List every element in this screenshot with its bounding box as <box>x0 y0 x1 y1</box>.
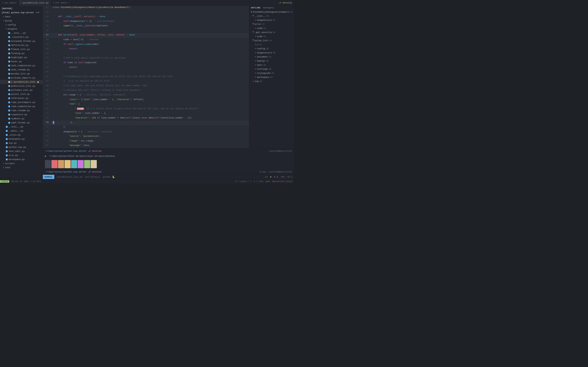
status-right-group: en ● ⊘ 2 79% 76:1 <box>265 175 292 178</box>
sidebar-item-rope-rename[interactable]: rope_rename.py <box>0 108 43 113</box>
code-editor[interactable]: 51 class PyCodeStyleDiagnosticReport(pyc… <box>43 6 249 149</box>
sidebar[interactable]: [BUFFER] [FILE] python-lsp-server ~/r ▶d… <box>0 6 43 179</box>
outline-item-diagnostics[interactable]: ◇ diagnostics 54 <box>249 18 294 22</box>
outline-title: OUTLINE <box>251 7 260 9</box>
sidebar-item-uris[interactable]: uris.py <box>0 153 43 157</box>
outline-item-config[interactable]: ◇ config 25 <box>249 47 294 51</box>
outline-log-label: log <box>255 80 259 83</box>
outline-item-settings[interactable]: ◇ settings 26 <box>249 67 294 71</box>
outline-item-code[interactable]: ◇ code 91 <box>249 26 294 30</box>
outline-item-workspace[interactable]: ◇ workspace 24 <box>249 75 294 79</box>
cursor <box>53 121 54 124</box>
sidebar-item-highlight[interactable]: highlight.py <box>0 55 43 59</box>
outline-doc-label: document <box>257 55 268 59</box>
line-content-61 <box>51 52 249 57</box>
tab-2[interactable]: 2 pycodestyle_lint.py <box>18 0 51 6</box>
sidebar-item-hover[interactable]: hover.py <box>0 59 43 64</box>
line-content-67: # e.g. no newline at end of file <box>51 79 249 84</box>
outline-item-diagnostics2[interactable]: ◇ diagnostics 46 <box>249 51 294 55</box>
line-content-64: return <box>51 66 249 70</box>
sidebar-item-config[interactable]: ▶config <box>0 23 43 27</box>
sidebar-item-preload[interactable]: preload_imports.py <box>0 76 43 80</box>
outline-category: Category <box>263 7 274 9</box>
outline-doc-num: 24 <box>269 55 271 59</box>
sidebar-item-init2[interactable]: __init__.py <box>0 125 43 129</box>
line-num-53: 53 <box>43 15 51 20</box>
line-52: 52 <box>43 10 249 15</box>
dot-icon <box>8 122 10 124</box>
sidebar-item-jedi-completion[interactable]: jedi_completion.py <box>0 64 43 68</box>
sidebar-item-references[interactable]: references.py <box>0 96 43 100</box>
outline-item-error[interactable]: f error 57 <box>249 22 294 26</box>
line-75: 75 'character': 100 if line_number > len… <box>43 116 249 121</box>
line-content-63: if code in self.expected: <box>51 61 249 66</box>
outline-item-class[interactable]: c PyCodeStyleDiagnosticReport 51 <box>249 10 294 14</box>
var-icon: ◇ <box>255 55 256 59</box>
dot-icon <box>8 73 10 75</box>
outline-config-num: 25 <box>266 47 269 50</box>
outline-item-log[interactable]: ◇ log 20 <box>249 79 294 83</box>
outline-item-init[interactable]: f __init__ 53 <box>249 14 294 18</box>
sidebar-item-init[interactable]: __init__.py <box>0 31 43 35</box>
sidebar-item-folding[interactable]: folding.py <box>0 51 43 55</box>
outline-item-getseverity[interactable]: f _get_severity 91 <box>249 30 294 34</box>
bottom-mode: Alpha <box>0 180 9 183</box>
dot-icon <box>8 69 10 71</box>
sidebar-item-autopep8[interactable]: autopep8_format.py <box>0 39 43 43</box>
sidebar-item-resolvers[interactable]: _resolvers.py <box>0 35 43 39</box>
sidebar-item-mccabe[interactable]: mccabe_lint.py <box>0 72 43 76</box>
sidebar-item-pylint[interactable]: pylint_lint.py <box>0 92 43 96</box>
sidebar-item-yapf[interactable]: yapf_format.py <box>0 121 43 125</box>
status-lang-icon: 🐍 <box>112 175 115 178</box>
tab-1[interactable]: 1 [No Name] <box>0 0 18 6</box>
outline-item-document[interactable]: ◇ document 24 <box>249 55 294 59</box>
outline-item-c[interactable]: ◇ c 41 <box>249 43 294 47</box>
outline-item-kwargs[interactable]: ◇ kwargs 38 <box>249 59 294 63</box>
terminal1-content: ~/repo/syntax/python-lsp-server ⎇ develo… <box>43 149 294 154</box>
sidebar-item-scripts[interactable]: ▶scripts <box>0 161 43 166</box>
fn-icon: f <box>252 22 254 26</box>
sidebar-item-definition[interactable]: definition.py <box>0 43 43 47</box>
sidebar-item-python-lsp[interactable]: python_lsp.py <box>0 145 43 149</box>
sidebar-item-rope-autoimport[interactable]: rope_autoimport.py <box>0 100 43 104</box>
dot-icon <box>6 126 8 128</box>
sidebar-item-jedi-rename[interactable]: jedi_rename.py <box>0 68 43 72</box>
tab-3[interactable]: 3 [No Name] ✕ <box>51 0 72 6</box>
outline-getsev-num: 91 <box>273 31 276 34</box>
sidebar-item-text-edit[interactable]: text_edit.py <box>0 149 43 153</box>
outline-item-styleguide[interactable]: ◇ styleguide 39 <box>249 71 294 75</box>
outline-item-opts[interactable]: ◇ opts 29 <box>249 63 294 67</box>
sidebar-item-pydocstyle[interactable]: pydocstyle_lint.py <box>0 84 43 88</box>
sidebar-item-signature[interactable]: signature.py <box>0 113 43 117</box>
terminal2-branch: develop <box>92 171 102 173</box>
status-position: 76:1 <box>287 176 292 178</box>
sidebar-item-rope-completion[interactable]: rope_completion.py <box>0 104 43 108</box>
outline-item-pylsp-lint[interactable]: f pylsp_lint 24 <box>249 39 294 43</box>
line-num-58: 58 <box>43 38 51 43</box>
sidebar-item-utils[interactable]: _utils.py <box>0 133 43 137</box>
line-num-80: 80 <box>43 139 51 144</box>
sidebar-item-lsp[interactable]: lsp.py <box>0 141 43 145</box>
line-num-57: 57 <box>43 33 51 38</box>
sidebar-item-pycodestyle-active[interactable]: 2 pycodestyle_lint. <box>0 80 43 84</box>
sidebar-item-symbols[interactable]: symbols.py <box>0 117 43 121</box>
sidebar-item-hookspecs[interactable]: hookspecs.py <box>0 137 43 141</box>
sidebar-item-plugins[interactable]: ▼plugins <box>0 27 43 31</box>
sidebar-item-pylsp[interactable]: ▼pylsp <box>0 19 43 23</box>
sidebar-item-pyflakes[interactable]: pyflakes_lint.py <box>0 88 43 92</box>
tab-3-close[interactable]: ✕ <box>68 2 70 4</box>
arrow-icon: ▼ <box>6 27 7 31</box>
line-content-72: 'end': { <box>51 102 249 107</box>
dot-icon <box>8 60 10 63</box>
sidebar-item-workspace[interactable]: workspace.py <box>0 157 43 161</box>
outline-diag2-label: diagnostics <box>257 51 272 55</box>
sidebar-item-docs[interactable]: ▶docs <box>0 15 43 19</box>
sidebar-item-main[interactable]: __main__.py <box>0 129 43 133</box>
status-lang-display: en <box>265 176 268 178</box>
arrow-icon: ▶ <box>3 162 4 165</box>
sidebar-item-flake8[interactable]: flake8_lint.py <box>0 47 43 51</box>
sidebar-item-test[interactable]: ▶test <box>0 166 43 170</box>
outline-header: OUTLINE Category <box>249 6 294 10</box>
bottom-zsh: 1 / zsh <box>254 180 263 183</box>
outline-item-code2[interactable]: ◇ code 91 <box>249 34 294 39</box>
